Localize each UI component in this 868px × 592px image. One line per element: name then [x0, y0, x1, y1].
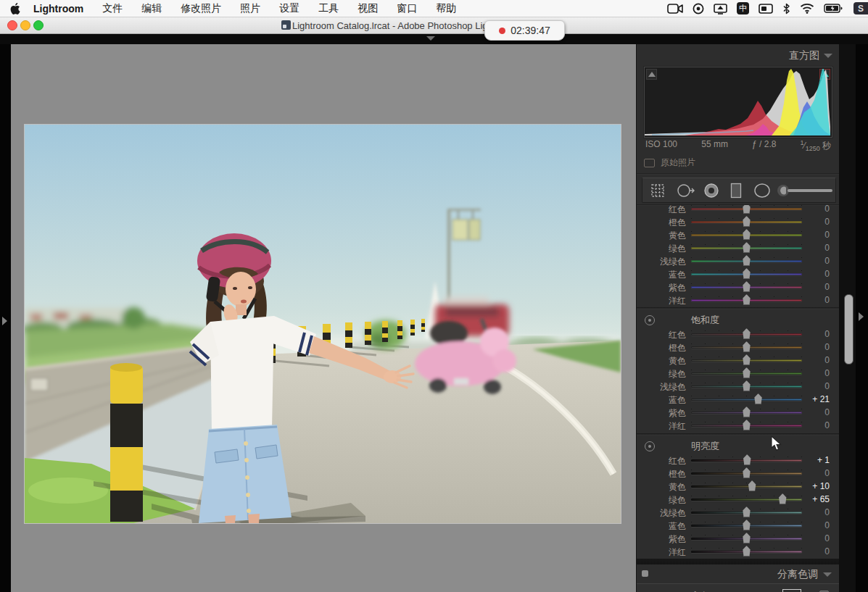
- screen-recording-icon[interactable]: [667, 0, 683, 17]
- top-panel-collapsed-strip: [0, 33, 868, 44]
- slider-label: 蓝色: [637, 394, 686, 407]
- split-toning-title: 分离色调: [777, 568, 818, 581]
- slider-label: 红色: [637, 329, 686, 341]
- luminance-slider-row: 黄色+ 10: [637, 480, 840, 493]
- hue-slider-row: 绿色0: [637, 241, 840, 254]
- histogram-panel-header[interactable]: 直方图: [789, 49, 819, 62]
- saturation-slider-row: 绿色0: [637, 367, 840, 380]
- slider-value[interactable]: 0: [798, 546, 830, 556]
- apple-menu-icon[interactable]: [10, 3, 20, 14]
- slider-label: 橙色: [637, 468, 686, 480]
- split-toning-panel-header[interactable]: 分离色调: [637, 564, 840, 583]
- menu-window[interactable]: 窗口: [397, 2, 417, 15]
- clipped-app-icon[interactable]: S: [852, 0, 868, 17]
- menu-file[interactable]: 文件: [102, 2, 123, 15]
- slider-ticks: [691, 396, 802, 396]
- develop-right-panel: 直方图 ISO 100 55 mm ƒ / 2.8 1⁄1250 秒 原始照片: [636, 44, 840, 592]
- menu-develop[interactable]: 修改照片: [181, 2, 221, 15]
- slider-value[interactable]: 0: [798, 368, 830, 378]
- slider-value[interactable]: + 21: [798, 394, 830, 404]
- luminance-slider-row: 洋红0: [637, 545, 840, 558]
- slider-value[interactable]: 0: [798, 342, 830, 352]
- crop-overlay-icon[interactable]: [642, 178, 672, 202]
- bluetooth-icon[interactable]: [782, 0, 790, 17]
- slider-value[interactable]: + 10: [798, 481, 830, 491]
- slider-value[interactable]: 0: [798, 243, 830, 253]
- slider-value[interactable]: 0: [798, 329, 830, 339]
- hue-slider-row: 紫色0: [637, 280, 840, 293]
- reveal-top-panel-icon[interactable]: [426, 36, 435, 41]
- menu-edit[interactable]: 编辑: [141, 2, 162, 15]
- record-disc-icon[interactable]: [693, 0, 704, 17]
- window-title-bar: Lightroom Catalog.lrcat - Adobe Photosho…: [0, 17, 868, 34]
- document-proxy-icon[interactable]: [281, 20, 291, 30]
- slider-track[interactable]: [691, 485, 802, 488]
- slider-value[interactable]: 0: [798, 230, 830, 240]
- slider-value[interactable]: 0: [798, 205, 830, 214]
- reveal-right-panel-icon[interactable]: [859, 312, 864, 321]
- slider-value[interactable]: 0: [798, 420, 830, 430]
- slider-value[interactable]: 0: [798, 533, 830, 543]
- recording-timer-bubble[interactable]: 02:39:47: [484, 20, 565, 41]
- slider-value[interactable]: 0: [798, 217, 830, 227]
- adjustment-brush-icon[interactable]: [776, 178, 835, 202]
- menu-view[interactable]: 视图: [357, 2, 378, 15]
- slider-label: 紫色: [637, 407, 686, 420]
- panel-separator: [637, 173, 840, 175]
- slider-track[interactable]: [691, 399, 802, 401]
- split-toning-collapse-icon[interactable]: [823, 572, 832, 577]
- close-button[interactable]: [7, 20, 17, 30]
- target-adjustment-icon[interactable]: [645, 441, 655, 451]
- slider-value[interactable]: + 65: [798, 494, 830, 504]
- luminance-slider-row: 浅绿色0: [637, 506, 840, 519]
- histogram[interactable]: [644, 67, 832, 138]
- slider-value[interactable]: 0: [798, 507, 830, 517]
- slider-value[interactable]: 0: [798, 256, 830, 266]
- photo-canvas[interactable]: [25, 125, 621, 523]
- spot-removal-icon[interactable]: [672, 178, 698, 202]
- slider-value[interactable]: 0: [798, 295, 830, 305]
- menu-bar: Lightroom 文件 编辑 修改照片 照片 设置 工具 视图 窗口 帮助 中: [0, 0, 868, 17]
- slider-value[interactable]: 0: [798, 282, 830, 292]
- minimize-button[interactable]: [20, 20, 30, 30]
- original-photo-checkbox[interactable]: [644, 159, 655, 167]
- radial-filter-icon[interactable]: [748, 178, 776, 202]
- panel-switch-icon[interactable]: [642, 570, 648, 577]
- menu-tools[interactable]: 工具: [318, 2, 339, 15]
- exif-iso: ISO 100: [645, 139, 677, 152]
- menu-help[interactable]: 帮助: [436, 2, 456, 15]
- input-source-pinyin-icon[interactable]: 中: [737, 0, 749, 17]
- highlights-color-swatch[interactable]: [782, 589, 801, 592]
- exif-info: ISO 100 55 mm ƒ / 2.8 1⁄1250 秒: [645, 139, 831, 152]
- red-eye-icon[interactable]: [699, 178, 724, 202]
- saturation-slider-row: 黄色0: [637, 354, 840, 367]
- hue-slider-row: 红色0: [637, 205, 840, 215]
- reveal-left-panel-icon[interactable]: [2, 317, 7, 325]
- slider-value[interactable]: 0: [798, 468, 830, 478]
- saturation-slider-row: 蓝色+ 21: [637, 393, 840, 406]
- keyboard-icon[interactable]: [759, 0, 773, 17]
- battery-charging-icon[interactable]: [824, 0, 843, 17]
- menu-settings[interactable]: 设置: [279, 2, 299, 15]
- slider-value[interactable]: 0: [798, 407, 830, 417]
- slider-value[interactable]: 0: [798, 381, 830, 391]
- slider-value[interactable]: 0: [798, 269, 830, 279]
- saturation-group-title[interactable]: 饱和度: [691, 314, 719, 327]
- panel-scrollbar-thumb[interactable]: [844, 294, 853, 364]
- slider-value[interactable]: + 1: [798, 455, 830, 465]
- zoom-button[interactable]: [33, 20, 44, 30]
- wifi-icon[interactable]: [800, 0, 814, 17]
- slider-label: 绿色: [637, 494, 686, 506]
- graduated-filter-icon[interactable]: [724, 178, 748, 202]
- histogram-collapse-icon[interactable]: [824, 54, 832, 58]
- display-mirroring-icon[interactable]: [714, 0, 727, 17]
- slider-thumb[interactable]: [742, 205, 751, 214]
- exif-focal-length: 55 mm: [701, 139, 728, 152]
- slider-value[interactable]: 0: [798, 520, 830, 530]
- menubar-app-name[interactable]: Lightroom: [33, 3, 83, 14]
- luminance-group-title[interactable]: 明亮度: [691, 440, 719, 453]
- menu-photo[interactable]: 照片: [240, 2, 260, 15]
- menubar-status-icons: 中 S: [667, 0, 868, 17]
- slider-value[interactable]: 0: [798, 355, 830, 365]
- target-adjustment-icon[interactable]: [645, 315, 655, 325]
